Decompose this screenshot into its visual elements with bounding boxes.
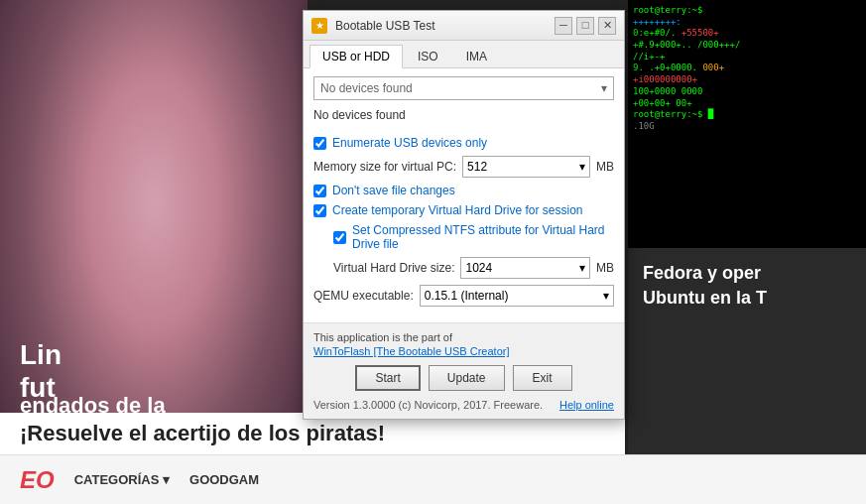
create-vhd-label: Create temporary Virtual Hard Drive for … [332, 203, 583, 217]
tab-bar: USB or HDD ISO IMA [304, 41, 624, 68]
terminal-display: root@terry:~$ ++++++++: 0:e+#0/. +55500+… [628, 0, 866, 248]
navigation-bar: EO CATEGORÍAS ▾ GOODGAM [0, 454, 866, 504]
memory-size-row: Memory size for virtual PC: 512 ▾ MB [313, 156, 614, 178]
memory-dropdown-arrow-icon: ▾ [579, 160, 585, 174]
create-vhd-row: Create temporary Virtual Hard Drive for … [313, 203, 614, 217]
memory-size-value: 512 [467, 160, 487, 174]
site-logo: EO [20, 466, 55, 494]
app-icon: ★ [311, 18, 327, 34]
window-controls: ─ □ ✕ [555, 17, 616, 35]
vhd-size-value: 1024 [465, 261, 492, 275]
nav-item-goodgam[interactable]: GOODGAM [189, 472, 259, 487]
update-button[interactable]: Update [429, 365, 505, 391]
memory-size-select[interactable]: 512 ▾ [462, 156, 590, 178]
dont-save-row: Don't save file changes [313, 184, 614, 197]
vhd-size-label: Virtual Hard Drive size: [333, 261, 454, 275]
version-text: Version 1.3.0000 (c) Novicorp, 2017. Fre… [313, 399, 543, 411]
footer-buttons: Start Update Exit [313, 365, 614, 391]
vhd-size-row: Virtual Hard Drive size: 1024 ▾ MB [333, 257, 614, 279]
help-online-link[interactable]: Help online [559, 399, 614, 411]
dropdown-arrow-icon: ▾ [601, 81, 607, 95]
qemu-select[interactable]: 0.15.1 (Internal) ▾ [420, 285, 614, 307]
set-compressed-row: Set Compressed NTFS attribute for Virtua… [333, 223, 614, 251]
bootable-usb-dialog: ★ Bootable USB Test ─ □ ✕ USB or HDD ISO… [303, 10, 625, 420]
memory-size-unit: MB [596, 160, 614, 174]
create-vhd-checkbox[interactable] [313, 204, 326, 217]
vhd-dropdown-arrow-icon: ▾ [579, 261, 585, 275]
vhd-size-select[interactable]: 1024 ▾ [460, 257, 590, 279]
qemu-value: 0.15.1 (Internal) [425, 289, 509, 303]
qemu-row: QEMU executable: 0.15.1 (Internal) ▾ [313, 285, 614, 307]
device-dropdown-value: No devices found [320, 81, 413, 95]
enumerate-usb-row: Enumerate USB devices only [313, 136, 614, 150]
background-right: root@terry:~$ ++++++++: 0:e+#0/. +55500+… [628, 0, 866, 504]
qemu-dropdown-arrow-icon: ▾ [603, 289, 609, 303]
footer-link[interactable]: WinToFlash [The Bootable USB Creator] [313, 345, 614, 357]
dialog-titlebar: ★ Bootable USB Test ─ □ ✕ [304, 11, 624, 41]
minimize-button[interactable]: ─ [555, 17, 572, 35]
footer-version-row: Version 1.3.0000 (c) Novicorp, 2017. Fre… [313, 399, 614, 411]
dont-save-label: Don't save file changes [332, 184, 455, 197]
dont-save-checkbox[interactable] [313, 185, 326, 197]
footer-text: This application is the part of [313, 331, 614, 343]
dialog-body: No devices found ▾ No devices found Enum… [304, 68, 624, 322]
tab-ima[interactable]: IMA [453, 45, 500, 67]
start-button[interactable]: Start [355, 365, 420, 391]
enumerate-usb-checkbox[interactable] [313, 137, 326, 150]
maximize-button[interactable]: □ [576, 17, 594, 35]
dialog-title: Bootable USB Test [335, 19, 547, 33]
nav-item-categorias[interactable]: CATEGORÍAS ▾ [74, 472, 170, 487]
compressed-section: Set Compressed NTFS attribute for Virtua… [313, 223, 614, 279]
device-dropdown[interactable]: No devices found ▾ [313, 76, 614, 100]
tab-iso[interactable]: ISO [405, 45, 451, 67]
device-status: No devices found [313, 104, 614, 126]
exit-button[interactable]: Exit [513, 365, 572, 391]
vhd-size-unit: MB [596, 261, 614, 275]
tab-usb-hdd[interactable]: USB or HDD [309, 45, 403, 68]
dialog-footer: This application is the part of WinToFla… [304, 322, 624, 419]
enumerate-usb-label: Enumerate USB devices only [332, 136, 487, 150]
memory-size-label: Memory size for virtual PC: [313, 160, 456, 174]
set-compressed-checkbox[interactable] [333, 231, 346, 244]
close-button[interactable]: ✕ [598, 17, 616, 35]
device-dropdown-row: No devices found ▾ [313, 76, 614, 100]
set-compressed-label: Set Compressed NTFS attribute for Virtua… [352, 223, 614, 251]
qemu-label: QEMU executable: [313, 289, 414, 303]
